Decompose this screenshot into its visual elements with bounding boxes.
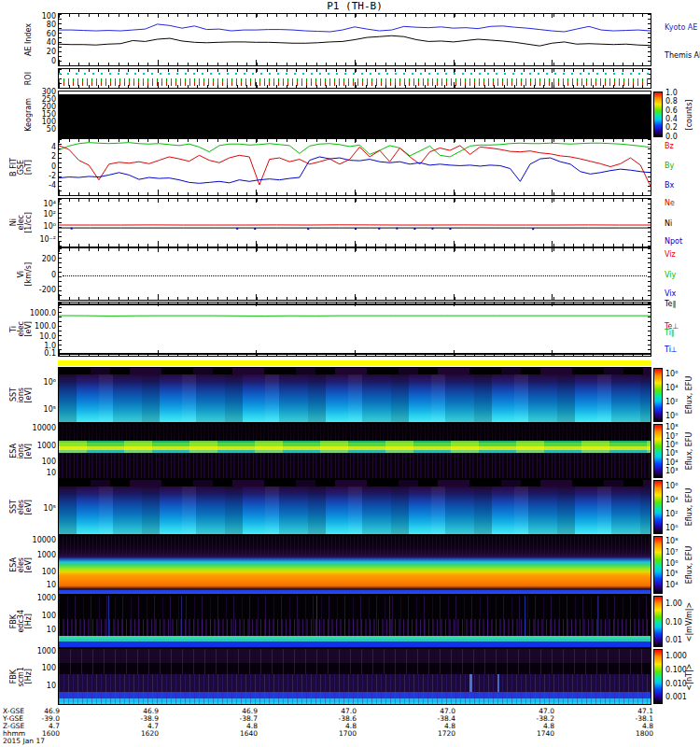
x-major-tick — [158, 14, 159, 18]
series-dot-Npot — [236, 228, 238, 230]
y-tick-label: 200 — [42, 255, 56, 263]
colorbar — [653, 368, 663, 422]
y-tick-label: 0 — [51, 162, 56, 171]
x-major-tick — [651, 241, 651, 247]
y-tick-label: 100 — [42, 568, 56, 576]
colorbar-tick-label: 10⁰ — [665, 412, 678, 420]
series-dot-Npot — [307, 228, 309, 230]
x-major-tick — [256, 82, 257, 88]
y-tick-label: 100 — [42, 12, 56, 21]
ephemeris-value: 1700 — [310, 729, 357, 738]
series-Kyoto AE — [59, 24, 651, 32]
y-tick-label: 100 — [42, 664, 56, 672]
x-major-tick — [651, 199, 651, 203]
y-axis-label: Keogram — [25, 92, 33, 137]
x-major-tick — [355, 60, 356, 65]
colorbar-tick-label: 1.00 — [665, 599, 682, 608]
y-tick-label: 1000 — [37, 442, 56, 450]
colorbar-unit-label: Eflux, EFU — [685, 488, 693, 527]
x-major-tick — [355, 199, 356, 203]
series-lines — [59, 199, 651, 247]
colorbar-unit-label: Eflux, EFU — [685, 376, 693, 415]
x-major-tick — [158, 69, 159, 73]
y-axis-label-line: [nT] — [25, 160, 33, 175]
series-By — [59, 143, 651, 157]
y-tick-label: 10.0 — [39, 332, 56, 341]
x-major-tick — [256, 303, 257, 306]
x-major-tick — [454, 199, 455, 203]
series-dot-Npot — [413, 228, 415, 230]
series-label: Viz — [665, 249, 676, 258]
x-major-tick — [651, 139, 651, 143]
colorbar-tick-label: 10⁷ — [665, 431, 678, 440]
panel-esa_eles: ESAeles[eV]1000010001001010⁸10⁷10⁶10⁵10⁴… — [58, 535, 651, 595]
y-axis-label: ROI — [25, 69, 33, 88]
series-lines — [59, 303, 651, 356]
separator-bar — [58, 360, 651, 366]
x-major-tick — [256, 248, 257, 252]
x-major-tick — [59, 241, 60, 247]
panel-ae: AE Index100806040200Kyoto AEThemis AE — [58, 13, 651, 66]
colorbar-tick-label: 0.8 — [665, 97, 678, 106]
series-label: By — [665, 161, 674, 169]
x-major-tick — [59, 199, 60, 203]
y-tick-label: 100 — [42, 612, 56, 620]
colorbar-unit-label: <|nT|> — [685, 663, 693, 690]
series-label: Npot — [665, 236, 682, 245]
panel-layer — [59, 353, 651, 355]
y-tick-label: 0.1 — [44, 349, 56, 358]
y-tick-label: 10⁴ — [44, 200, 56, 208]
x-major-tick — [552, 190, 553, 195]
y-tick-label: 4 — [51, 143, 56, 151]
colorbar-tick-label: 0.6 — [665, 106, 678, 114]
panel-ni: Nielec[1/cc]10⁴10²10⁰10⁻²NeNiNpot — [58, 198, 651, 247]
y-tick-label: 0 — [51, 57, 56, 65]
series-label: Bz — [665, 142, 674, 150]
x-major-tick — [355, 14, 356, 18]
x-major-tick — [552, 350, 553, 356]
ephemeris-value: 1740 — [508, 729, 554, 738]
x-major-tick — [651, 69, 651, 73]
series-dot-Npot — [396, 228, 398, 230]
colorbar-tick-label: 10⁷ — [665, 547, 678, 556]
x-major-tick — [552, 248, 553, 252]
series-label: Themis AE — [665, 51, 700, 60]
series-dot-Npot — [378, 228, 380, 230]
x-major-tick — [651, 294, 651, 300]
themis-summary-plot: P1 (TH-B) AE Index100806040200Kyoto AETh… — [0, 0, 700, 747]
x-major-tick — [651, 303, 651, 306]
colorbar-unit-label: <|mV/m|> — [685, 601, 693, 641]
x-major-tick — [552, 14, 553, 18]
colorbar-tick-label: 10⁵ — [665, 449, 678, 458]
date-label: 2015 Jan 17 — [3, 737, 45, 745]
x-major-tick — [454, 190, 455, 195]
x-major-tick — [256, 294, 257, 300]
panel-sst_eles: SSTeles[eV]10⁵10⁶10⁴10²10⁰Eflux, EFU — [58, 479, 651, 535]
panel-keo: Keogram300250200150100501.00.80.60.40.20… — [58, 91, 651, 138]
panel-sst_ions: SSTions[eV]10⁶10⁵10⁶10⁴10²10⁰Eflux, EFU — [58, 367, 651, 423]
series-label: Ni — [665, 218, 672, 227]
series-label: Vix — [665, 289, 676, 298]
colorbar-tick-label: 1.000 — [665, 652, 687, 660]
x-major-tick — [256, 139, 257, 143]
y-axis-label: B FITGSE[nT] — [10, 139, 33, 195]
x-major-tick — [59, 294, 60, 300]
series-label: Kyoto AE — [665, 22, 697, 31]
panel-layer — [59, 536, 651, 594]
panel-layer — [59, 596, 651, 636]
colorbar-tick-label: 10⁵ — [665, 570, 678, 578]
x-major-tick — [59, 60, 60, 65]
colorbar-tick-label: 0.010 — [665, 679, 687, 687]
colorbar-tick-label: 10⁰ — [665, 524, 678, 532]
x-major-tick — [256, 190, 257, 195]
colorbar-tick-label: 10⁴ — [665, 581, 678, 589]
x-major-tick — [355, 69, 356, 73]
colorbar-tick-label: 0.4 — [665, 114, 678, 122]
colorbar — [653, 536, 663, 594]
y-tick-label: 10000 — [33, 536, 56, 544]
colorbar-tick-label: 0.2 — [665, 123, 678, 132]
y-tick-label: 10000 — [33, 424, 56, 432]
colorbar-tick-label: 1.0 — [665, 88, 678, 96]
series-label: Viy — [665, 270, 676, 278]
x-major-tick — [355, 190, 356, 195]
